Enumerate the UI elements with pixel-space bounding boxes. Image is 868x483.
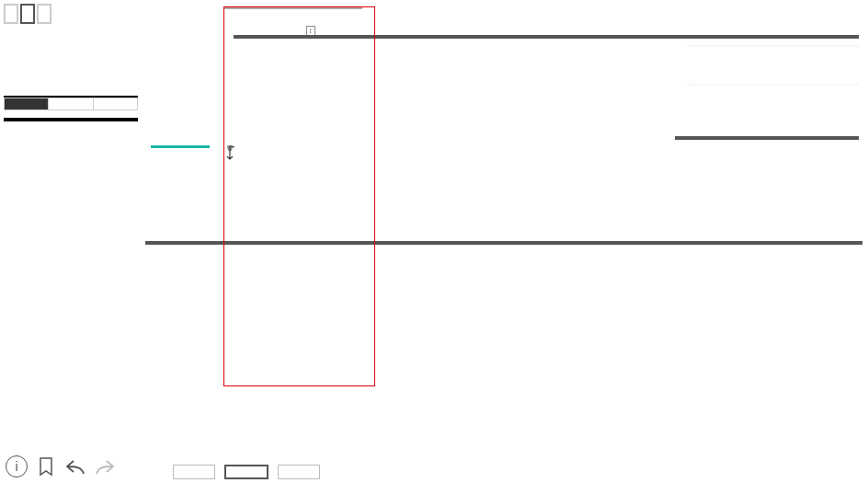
breakdown-header <box>234 35 747 39</box>
quantity-panel <box>675 136 859 234</box>
quantity-header <box>675 136 859 140</box>
switch-report-section <box>145 462 862 479</box>
cost-chart-panel <box>675 35 859 121</box>
cost-kpi <box>151 145 210 152</box>
highlight-box <box>223 6 375 386</box>
currency-usd-button[interactable] <box>49 98 93 109</box>
breakdown-panel <box>234 35 747 39</box>
info-icon[interactable]: i <box>6 455 28 477</box>
switch-export-button[interactable] <box>278 465 320 479</box>
details-header <box>145 241 862 245</box>
cursor-icon <box>224 144 241 168</box>
time-1month-button[interactable] <box>4 4 18 24</box>
switch-summary-button[interactable] <box>173 465 215 479</box>
time-range-buttons <box>4 4 138 24</box>
switch-breakdown-button[interactable] <box>224 465 268 479</box>
cost-chart[interactable] <box>675 39 859 121</box>
bookmark-icon[interactable] <box>35 455 57 477</box>
dimension-dropdown[interactable] <box>224 7 362 9</box>
time-custom-button[interactable] <box>37 4 51 24</box>
back-icon[interactable] <box>64 455 86 477</box>
time-3months-button[interactable] <box>20 4 35 24</box>
currency-invoice-button[interactable] <box>94 98 137 109</box>
forward-icon[interactable] <box>94 455 116 477</box>
cost-bar <box>151 145 210 148</box>
details-table-panel <box>145 241 862 245</box>
currency-eur-button[interactable] <box>5 98 49 109</box>
bottom-toolbar: i <box>6 455 116 477</box>
report-info-bar[interactable] <box>4 118 138 121</box>
currency-section <box>4 96 138 110</box>
left-panel <box>4 4 138 121</box>
